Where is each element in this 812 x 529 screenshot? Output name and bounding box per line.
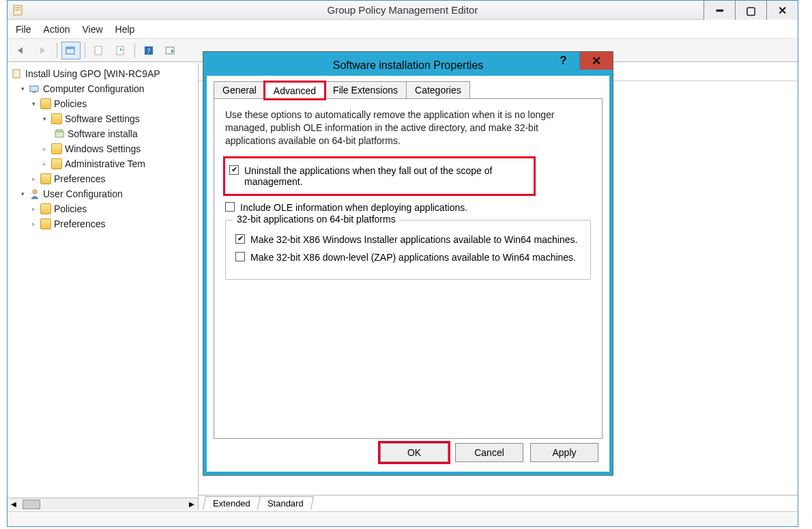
include-ole-checkbox[interactable] xyxy=(225,202,235,212)
advanced-description: Use these options to automatically remov… xyxy=(225,109,591,147)
svg-point-15 xyxy=(33,190,37,194)
tree-scrollbar[interactable]: ◄► xyxy=(8,498,198,510)
minimize-button[interactable]: ━ xyxy=(704,1,735,20)
properties-dialog: Software installation Properties ? ✕ Gen… xyxy=(203,52,613,475)
x86-zap-label: Make 32-bit X86 down-level (ZAP) applica… xyxy=(250,252,576,263)
svg-text:?: ? xyxy=(147,46,151,55)
tree-software-settings[interactable]: ▾ Software Settings xyxy=(12,111,198,126)
tree-admin-templates[interactable]: ▹ Administrative Tem xyxy=(12,156,198,171)
svg-rect-11 xyxy=(30,86,38,91)
back-button[interactable] xyxy=(12,42,31,59)
tab-standard[interactable]: Standard xyxy=(257,496,314,510)
export-icon[interactable] xyxy=(111,42,130,59)
close-button[interactable]: ✕ xyxy=(766,1,798,20)
x86-zap-row[interactable]: Make 32-bit X86 down-level (ZAP) applica… xyxy=(235,252,581,263)
tree-preferences[interactable]: ▹ Preferences xyxy=(12,171,198,186)
tab-general[interactable]: General xyxy=(214,81,265,98)
window-title: Group Policy Management Editor xyxy=(8,4,798,16)
uninstall-checkbox[interactable] xyxy=(229,165,239,175)
svg-rect-12 xyxy=(33,91,35,93)
svg-rect-5 xyxy=(95,46,102,55)
uninstall-checkbox-row[interactable]: Uninstall the applications when they fal… xyxy=(229,165,530,187)
svg-rect-4 xyxy=(66,47,74,49)
browse-icon[interactable] xyxy=(61,42,81,59)
x86-msi-label: Make 32-bit X86 Windows Installer applic… xyxy=(250,234,577,245)
include-ole-row[interactable]: Include OLE information when deploying a… xyxy=(225,202,591,213)
tab-categories[interactable]: Categories xyxy=(406,81,470,98)
menu-file[interactable]: File xyxy=(16,24,31,35)
menu-action[interactable]: Action xyxy=(44,24,70,35)
32bit-group: 32-bit applications on 64-bit platforms … xyxy=(225,220,591,280)
menu-help[interactable]: Help xyxy=(115,24,135,35)
uninstall-label: Uninstall the applications when they fal… xyxy=(244,165,530,187)
tree-pane: Install Using GPO [WIN-RC9AP ▾ Computer … xyxy=(8,63,199,510)
maximize-button[interactable]: ▢ xyxy=(735,1,766,20)
svg-rect-14 xyxy=(57,130,62,132)
menu-view[interactable]: View xyxy=(82,24,102,35)
dialog-close-button[interactable]: ✕ xyxy=(580,52,613,70)
forward-button[interactable] xyxy=(33,42,53,59)
group-title: 32-bit applications on 64-bit platforms xyxy=(233,214,400,225)
tree-user-preferences[interactable]: ▹ Preferences xyxy=(12,216,198,231)
menubar: File Action View Help xyxy=(8,20,798,39)
tree-user-policies[interactable]: ▹ Policies xyxy=(12,201,198,216)
tree-policies[interactable]: ▾ Policies xyxy=(12,96,198,111)
titlebar: Group Policy Management Editor ━ ▢ ✕ xyxy=(8,1,798,20)
tab-file-extensions[interactable]: File Extensions xyxy=(324,81,407,98)
tab-advanced[interactable]: Advanced xyxy=(265,82,325,99)
tab-extended[interactable]: Extended xyxy=(203,496,261,510)
status-bar xyxy=(8,511,798,526)
tree-computer-config[interactable]: ▾ Computer Configuration xyxy=(12,81,198,96)
include-ole-label: Include OLE information when deploying a… xyxy=(240,202,467,213)
tree-root[interactable]: Install Using GPO [WIN-RC9AP xyxy=(12,66,198,81)
cancel-button[interactable]: Cancel xyxy=(455,443,523,462)
x86-zap-checkbox[interactable] xyxy=(235,252,245,261)
dialog-title: Software installation Properties ? ✕ xyxy=(207,55,609,76)
x86-msi-row[interactable]: Make 32-bit X86 Windows Installer applic… xyxy=(235,234,581,245)
tree-software-install[interactable]: Software installa xyxy=(12,126,198,141)
apply-button[interactable]: Apply xyxy=(530,443,598,462)
svg-rect-10 xyxy=(13,70,20,78)
action-icon[interactable] xyxy=(161,42,180,59)
tree-user-config[interactable]: ▾ User Configuration xyxy=(12,186,198,201)
x86-msi-checkbox[interactable] xyxy=(235,234,245,244)
dialog-help-button[interactable]: ? xyxy=(547,52,580,70)
tree-windows-settings[interactable]: ▹ Windows Settings xyxy=(12,141,198,156)
ok-button[interactable]: OK xyxy=(380,443,448,462)
help-icon[interactable]: ? xyxy=(139,42,158,59)
paste-icon[interactable] xyxy=(89,42,108,59)
